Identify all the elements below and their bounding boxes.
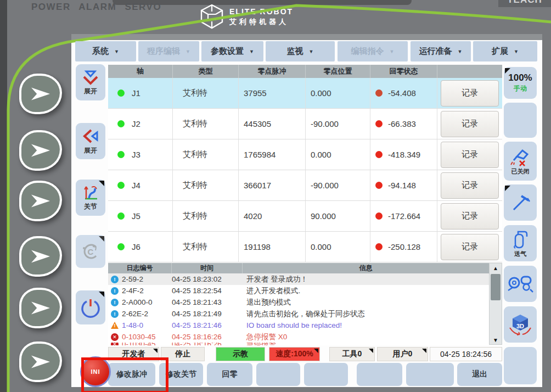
speed-percent: 100% — [508, 72, 532, 83]
home-state-dot — [375, 151, 383, 158]
table-row-j4[interactable]: J4 艾利特 366017 -90.000 -94.148 记录 — [108, 170, 502, 201]
log-row[interactable]: !2-4F-2 04-25 18:22:54 进入开发者模式. — [108, 285, 489, 296]
speed-mode-button[interactable]: 100% 手动 — [504, 67, 537, 99]
info-icon: ! — [111, 310, 119, 318]
column-header-zero-pulse: 零点脉冲 — [239, 65, 306, 78]
status-tool[interactable]: 工具0 — [329, 347, 375, 361]
log-time: 04-25 18:21:46 — [172, 321, 243, 329]
axis-type: 艾利特 — [173, 109, 239, 139]
log-id: 2-4F-2 — [122, 287, 144, 295]
axis-ok-dot — [117, 120, 125, 127]
home-state: -250.128 — [388, 242, 420, 251]
menu-item-program-edit: 程序编辑▼ — [138, 41, 199, 61]
log-row[interactable]: !1-48-0 04-25 18:21:46 IO board should b… — [108, 320, 489, 331]
axis-table-header: 轴 类型 零点脉冲 零点位置 回零状态 — [108, 65, 502, 78]
record-button[interactable]: 记录 — [441, 142, 499, 168]
exit-button[interactable]: 退出 — [457, 363, 502, 386]
chevron-down-icon: ▼ — [185, 49, 190, 54]
air-supply-button[interactable]: 送气 — [504, 225, 537, 261]
log-row[interactable]: ✕0-1030-45 04-25 18:16:26 急停报警 X0 — [108, 331, 489, 343]
blank-function-button[interactable] — [304, 363, 348, 386]
log-column-time: 时间 — [172, 263, 243, 273]
side-key-1[interactable] — [19, 74, 62, 114]
cycle-mode-button: C — [76, 235, 105, 268]
side-key-5[interactable] — [19, 288, 62, 328]
axis-name: J2 — [132, 119, 140, 128]
view-3d-button[interactable]: 3D — [504, 306, 537, 343]
pendant-left-edge — [0, 0, 7, 392]
play-arrow-icon — [31, 144, 50, 158]
axis-ok-dot — [117, 151, 125, 158]
gripper-camera-button[interactable] — [504, 266, 537, 302]
record-button[interactable]: 记录 — [441, 80, 499, 107]
table-row-j2[interactable]: J2 艾利特 445305 -90.000 -66.383 记录 — [108, 109, 502, 139]
expand-down-label: 展开 — [84, 87, 97, 96]
side-key-6[interactable] — [19, 341, 62, 382]
record-button[interactable]: 记录 — [441, 234, 499, 260]
log-time: 04-25 18:23:02 — [172, 275, 243, 283]
axis-ok-dot — [117, 182, 125, 189]
home-button[interactable]: 回零 — [207, 363, 252, 386]
menu-item-system[interactable]: 系统▼ — [75, 41, 136, 61]
hammer-tool-icon — [509, 192, 531, 214]
svg-text:C: C — [88, 247, 94, 256]
record-button[interactable]: 记录 — [441, 203, 499, 229]
scrollbar-thumb[interactable] — [491, 274, 501, 300]
log-message: 急停报警 — [243, 343, 489, 345]
hammer-tool-button[interactable] — [504, 184, 537, 221]
zero-pos: -90.000 — [306, 170, 370, 200]
menu-item-run-prep[interactable]: 运行准备▼ — [411, 41, 471, 61]
blank-function-button[interactable] — [256, 363, 300, 386]
log-row[interactable]: !2-A000-0 04-25 18:21:43 退出预约模式 — [108, 296, 489, 308]
menu-item-param-settings[interactable]: 参数设置▼ — [201, 41, 263, 61]
menu-label: 程序编辑 — [147, 46, 180, 57]
log-scrollbar[interactable]: ▲ ▼ — [489, 263, 502, 345]
menu-label: 扩展 — [492, 46, 508, 57]
table-row-j1[interactable]: J1 艾利特 37955 0.000 -54.408 记录 — [108, 78, 502, 109]
table-row-j6[interactable]: J6 艾利特 191198 0.000 -250.128 记录 — [108, 232, 502, 262]
play-arrow-icon — [31, 250, 50, 264]
scroll-up-icon[interactable]: ▲ — [490, 264, 502, 272]
table-row-j3[interactable]: J3 艾利特 1765984 0.000 -418.349 记录 — [108, 139, 502, 170]
log-time: 04-25 18:21:43 — [172, 298, 243, 306]
tool-off-button[interactable]: 已关闭 — [504, 142, 537, 181]
blank-side-button[interactable] — [504, 347, 537, 384]
blank-side-button[interactable] — [504, 103, 537, 138]
joint-mode-button[interactable]: 关节 — [76, 180, 105, 216]
log-time: 04-25 18:21:49 — [172, 310, 243, 318]
blank-function-button[interactable] — [357, 363, 402, 386]
axis-ok-dot — [117, 243, 125, 250]
power-button[interactable] — [76, 290, 105, 324]
column-header-record — [437, 65, 502, 78]
home-state-dot — [375, 182, 383, 189]
side-key-2[interactable] — [19, 130, 62, 171]
log-id: 0-1030-45 — [122, 343, 156, 345]
menu-item-extension[interactable]: 扩展▼ — [473, 41, 537, 61]
column-header-axis: 轴 — [108, 65, 173, 78]
axis-ok-dot — [117, 212, 125, 220]
table-row-j5[interactable]: J5 艾利特 4020 90.000 -172.664 记录 — [108, 201, 502, 232]
zero-pos: 90.000 — [306, 201, 370, 231]
zero-pos: -90.000 — [306, 109, 370, 139]
record-button[interactable]: 记录 — [441, 111, 499, 137]
side-key-4[interactable] — [19, 236, 62, 277]
log-id: 2-62E-2 — [122, 310, 148, 318]
axis-name: J4 — [132, 181, 140, 190]
zero-pulse: 1765984 — [239, 139, 306, 170]
record-button[interactable]: 记录 — [441, 172, 499, 199]
side-key-3[interactable] — [19, 181, 62, 221]
log-row[interactable]: !2-59-2 04-25 18:23:02 开发者 登录成功！ — [108, 273, 489, 285]
column-header-home-state: 回零状态 — [370, 65, 437, 78]
blank-function-button[interactable] — [406, 363, 454, 386]
status-user-frame[interactable]: 用户0 — [377, 347, 428, 361]
log-row[interactable]: !2-62E-2 04-25 18:21:49 请先点击初始化，确保处于同步状态 — [108, 308, 489, 320]
expand-down-icon — [81, 69, 100, 86]
info-icon: ! — [111, 276, 119, 283]
expand-left-label: 展开 — [84, 146, 97, 155]
expand-down-button[interactable]: 展开 — [76, 64, 105, 100]
menu-item-monitor[interactable]: 监视▼ — [266, 41, 335, 61]
expand-left-button[interactable]: 展开 — [76, 123, 105, 159]
axis-type: 艾利特 — [173, 78, 239, 108]
status-speed[interactable]: 速度:100% — [269, 347, 320, 361]
scroll-down-icon[interactable]: ▼ — [490, 335, 502, 344]
